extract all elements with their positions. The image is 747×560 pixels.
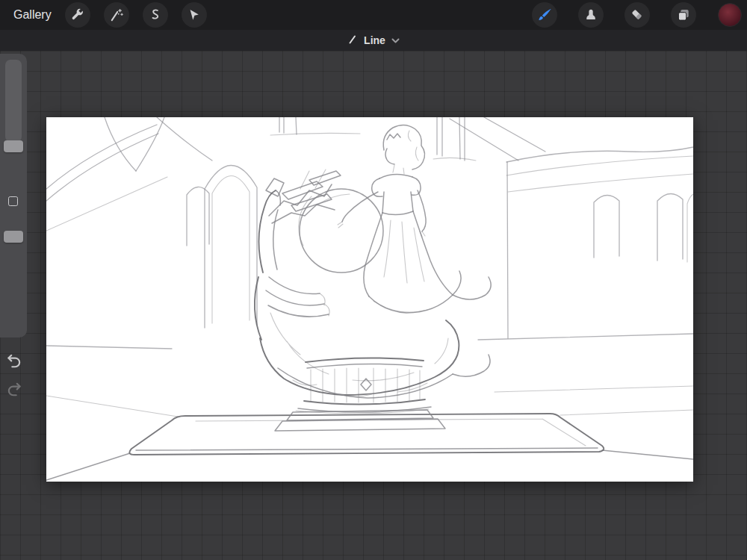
opacity-handle[interactable]: [4, 231, 23, 243]
sketch-sphere: [266, 169, 383, 273]
paint-tool-button[interactable]: [532, 2, 557, 28]
smudge-finger-icon: [583, 7, 598, 22]
brush-size-slider[interactable]: [5, 60, 22, 142]
selection-button[interactable]: [143, 2, 168, 28]
transform-button[interactable]: [182, 2, 207, 28]
layers-button[interactable]: [671, 2, 696, 28]
layers-icon: [676, 7, 691, 22]
erase-tool-button[interactable]: [624, 2, 650, 28]
transform-arrow-icon: [187, 7, 202, 22]
current-tool-button[interactable]: Line: [343, 33, 404, 48]
redo-arrow-icon: [4, 391, 24, 402]
sketch-architecture: [46, 117, 693, 349]
tool-status-bar: Line: [0, 30, 747, 51]
gallery-button[interactable]: Gallery: [12, 5, 53, 25]
color-button[interactable]: [717, 2, 743, 28]
right-tool-group: [532, 2, 743, 28]
pencil-slash-icon: [347, 34, 358, 47]
sketch-floor: [46, 386, 693, 480]
smudge-tool-button[interactable]: [578, 2, 604, 28]
drawing-canvas[interactable]: [46, 117, 693, 482]
undo-arrow-icon: [4, 363, 24, 374]
color-swatch-icon: [717, 2, 743, 28]
chevron-down-icon: [391, 34, 400, 46]
wrench-icon: [70, 7, 85, 22]
actions-button[interactable]: [65, 2, 90, 28]
magic-wand-icon: [109, 7, 124, 22]
modify-button[interactable]: [8, 196, 18, 206]
sketch-hand: [255, 190, 490, 398]
left-tool-group: [65, 2, 207, 28]
brush-size-handle[interactable]: [4, 140, 23, 152]
brush-icon: [536, 7, 553, 23]
sketch-figure: [338, 125, 491, 313]
undo-button[interactable]: [4, 352, 24, 372]
current-tool-label: Line: [364, 34, 385, 46]
redo-button[interactable]: [4, 381, 24, 400]
sketch-drawing: [46, 117, 693, 482]
adjustments-button[interactable]: [104, 2, 129, 28]
sidebar: [0, 54, 27, 337]
top-toolbar: Gallery: [0, 0, 747, 30]
selection-s-icon: [148, 7, 163, 22]
eraser-icon: [630, 7, 645, 22]
